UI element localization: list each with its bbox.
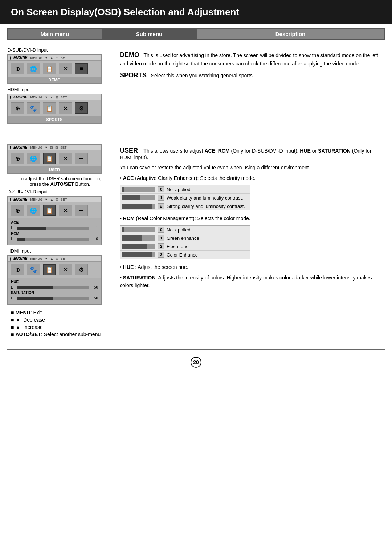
section-divider-1: [15, 137, 377, 137]
hue-slider-val: 50: [91, 285, 98, 289]
osd-status-user: USER: [8, 166, 101, 173]
osd-screen-user-dsub: ƒ· ENGINE MENU⊕ ▼ ▲ ⊟ SET ⊕ 🌐 📋 ✕ ━: [7, 196, 102, 245]
rcm-slider-label: RCM: [11, 231, 25, 235]
osd-icon-hdmiuser-3: 📋: [43, 264, 56, 275]
osd-icon-dsub-1: ⊕: [11, 205, 24, 216]
sat-slider-val: 50: [91, 296, 98, 300]
demo-section: D-SUB/DVI-D input ƒ· ENGINE MENU⊕ ▼ ▲ ⊟ …: [7, 44, 385, 130]
osd-icon-dsub-5: ━: [75, 205, 88, 216]
user-keyword: USER: [120, 147, 138, 154]
ace-slider-fill: [17, 227, 46, 230]
osd-icon-4: ✕: [59, 63, 72, 74]
legend-menu: ■ MENU : Exit: [11, 310, 113, 315]
ace-slider-label: ACE: [11, 221, 25, 225]
osd-icon-hdmi-3: 📋: [43, 102, 56, 114]
demo-keyword: DEMO: [120, 51, 139, 59]
osd-icon-dsub-2: 🌐: [27, 205, 40, 216]
osd-icon-hdmiuser-4: ✕: [59, 264, 72, 275]
demo-left: D-SUB/DVI-D input ƒ· ENGINE MENU⊕ ▼ ▲ ⊟ …: [7, 47, 116, 126]
hue-slider-fill: [17, 286, 53, 289]
user-caption: To adjust the USER sub-menu function,pre…: [7, 176, 113, 187]
ace-option-0: 0 Not applied: [120, 185, 250, 194]
osd-icon-2: 🌐: [27, 63, 40, 74]
rcm-slider-fill: [17, 238, 25, 241]
user-right: USER This allows users to adjust ACE, RC…: [116, 144, 385, 339]
legend-autoset: ■ AUTO/SET : Select another sub-menu: [11, 331, 113, 337]
dsub-label-demo: D-SUB/DVI-D input: [7, 47, 113, 53]
description-header: Description: [197, 29, 384, 39]
page-number-area: 20: [0, 357, 392, 368]
hue-slider-track: [17, 286, 89, 289]
osd-icon-hdmi-5: ⚙: [75, 102, 88, 114]
dsub-label-user: D-SUB/DVI-D input: [7, 189, 113, 194]
osd-icon-5: ■: [75, 63, 88, 74]
osd-icon-user-1: ⊕: [11, 153, 24, 164]
page-title: On Screen Display(OSD) Selection and Adj…: [0, 0, 392, 24]
sat-slider-track: [17, 297, 89, 300]
osd-icon-hdmiuser-1: ⊕: [11, 264, 24, 275]
main-menu-header: Main menu: [8, 29, 102, 39]
hdmi-label-demo: HDMI input: [7, 87, 113, 92]
osd-icon-hdmiuser-5: ⚙: [75, 264, 88, 275]
osd-screen-demo-dsub: ƒ· ENGINE MENU⊕ ▼ ▲ ⊟ SET ⊕ 🌐 📋 ✕ ■ DEMO: [7, 54, 102, 84]
rcm-desc: • RCM (Real Color Management): Selects t…: [120, 215, 385, 222]
sat-slider-label: SATURATION: [11, 291, 25, 295]
rcm-option-3: 3 Color Enhance: [120, 251, 250, 259]
rcm-slider-val: 0: [91, 237, 98, 241]
osd-icon-3: 📋: [43, 63, 56, 74]
rcm-slider-track: [17, 238, 89, 241]
osd-screen-sports-hdmi: ƒ· ENGINE MENU⊕ ▼ ▲ ⊟ SET ⊕ 🐾 📋 ✕ ⚙ SPOR…: [7, 94, 102, 124]
osd-icon-dsub-4: ✕: [59, 205, 72, 216]
osd-engine-icon-2: ƒ· ENGINE: [9, 95, 27, 99]
hue-desc: • HUE : Adjust the screen hue.: [120, 263, 385, 271]
osd-status-demo: DEMO: [8, 77, 101, 83]
osd-icon-1: ⊕: [11, 63, 24, 74]
ace-slider-track: [17, 227, 89, 230]
osd-status-sports: SPORTS: [8, 116, 101, 123]
osd-icon-user-2: 🌐: [27, 153, 40, 164]
osd-engine-icon: ƒ· ENGINE: [9, 56, 27, 60]
page-number: 20: [191, 357, 201, 368]
ace-options-table: 0 Not applied 1 Weak clarity and luminos…: [120, 185, 250, 210]
osd-icon-hdmi-4: ✕: [59, 102, 72, 114]
hue-slider-label: HUE: [11, 280, 25, 284]
osd-screen-user-top: ƒ· ENGINE MENU⊕ ▼ ⊟ ⊟ SET ⊕ 🌐 📋 ✕ ━: [7, 144, 102, 174]
sub-menu-header: Sub menu: [102, 29, 197, 39]
osd-icon-hdmiuser-2: 🐾: [27, 264, 40, 275]
user-section: ƒ· ENGINE MENU⊕ ▼ ⊟ ⊟ SET ⊕ 🌐 📋 ✕ ━: [7, 140, 385, 342]
legend: ■ MENU : Exit ■ ▼ : Decrease ■ ▲ : Incre…: [7, 310, 113, 337]
sat-slider-fill: [17, 297, 53, 300]
ace-option-2: 2 Strong clarity and luminosity contrast…: [120, 202, 250, 210]
osd-icon-dsub-3: 📋: [43, 205, 56, 216]
legend-down: ■ ▼ : Decrease: [11, 317, 113, 323]
osd-icon-hdmi-1: ⊕: [11, 102, 24, 114]
osd-icon-user-5: ━: [75, 153, 88, 164]
ace-option-1: 1 Weak clarity and luminosity contrast.: [120, 194, 250, 202]
osd-icon-hdmi-2: 🐾: [27, 102, 40, 114]
legend-up: ■ ▲ : Increase: [11, 324, 113, 330]
ace-desc: • ACE (Adaptive Clarity Enhancer): Selec…: [120, 174, 385, 182]
sports-keyword: SPORTS: [120, 72, 147, 79]
column-headers: Main menu Sub menu Description: [7, 28, 385, 40]
user-top-row: ƒ· ENGINE MENU⊕ ▼ ⊟ ⊟ SET ⊕ 🌐 📋 ✕ ━: [7, 144, 385, 339]
demo-right: DEMO This is used for advertising in the…: [116, 47, 385, 126]
user-left-top: ƒ· ENGINE MENU⊕ ▼ ⊟ ⊟ SET ⊕ 🌐 📋 ✕ ━: [7, 144, 116, 339]
ace-slider-val: 1: [91, 226, 98, 230]
rcm-option-0: 0 Not applied: [120, 226, 250, 234]
saturation-desc: • SATURATION: Adjusts the intensity of c…: [120, 274, 385, 289]
osd-icon-user-4: ✕: [59, 153, 72, 164]
osd-icon-user-3: 📋: [43, 153, 56, 164]
rcm-options-table: 0 Not applied 1 Green enhance: [120, 225, 250, 259]
main-content: D-SUB/DVI-D input ƒ· ENGINE MENU⊕ ▼ ▲ ⊟ …: [0, 44, 392, 346]
hdmi-label-user: HDMI input: [7, 248, 113, 254]
rcm-option-2: 2 Flesh tone: [120, 242, 250, 251]
osd-screen-user-hdmi: ƒ· ENGINE MENU⊕ ▼ ▲ ⊟ SET ⊕ 🐾 📋 ✕ ⚙: [7, 255, 102, 305]
bottom-divider: [7, 349, 385, 350]
rcm-option-1: 1 Green enhance: [120, 234, 250, 242]
